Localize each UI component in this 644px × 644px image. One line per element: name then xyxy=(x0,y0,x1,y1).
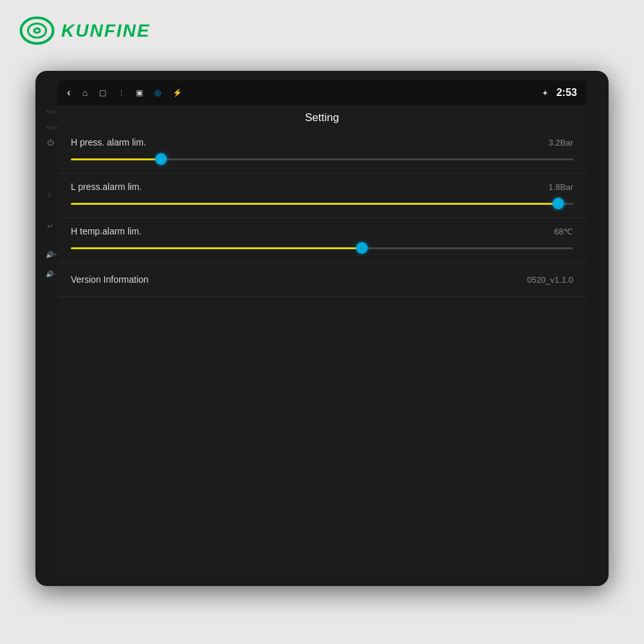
version-value: 0520_v1.1.0 xyxy=(527,275,573,285)
power-icon[interactable]: ⏻ xyxy=(47,138,54,146)
volume-up-icon[interactable]: 🔊+ xyxy=(46,251,57,258)
svg-point-3 xyxy=(35,30,39,32)
back-bezel-icon[interactable]: ↩ xyxy=(47,222,53,231)
l-press-alarm-row: L press.alarm lim. 1.8Bar xyxy=(58,174,586,218)
h-press-alarm-slider[interactable] xyxy=(71,153,573,166)
l-press-alarm-value: 1.8Bar xyxy=(549,182,573,192)
h-temp-alarm-row: H temp.alarm lim. 68℃ xyxy=(58,218,586,263)
device-frame: MIC RST ⏻ ⌂ ↩ 🔊+ 🔊- ‹ ⌂ ▢ ⋮ ▣ ◎ ⚡ xyxy=(35,71,609,586)
l-press-alarm-label: L press.alarm lim. xyxy=(71,182,142,192)
home-nav-icon[interactable]: ⌂ xyxy=(82,88,88,98)
nav-icons: ‹ ⌂ ▢ ⋮ ▣ ◎ ⚡ xyxy=(67,86,182,99)
h-press-alarm-thumb[interactable] xyxy=(155,153,167,165)
time-display: 2:53 xyxy=(556,87,577,99)
l-press-alarm-header: L press.alarm lim. 1.8Bar xyxy=(71,182,573,192)
l-press-alarm-thumb[interactable] xyxy=(553,198,564,209)
back-nav-icon[interactable]: ‹ xyxy=(67,86,71,99)
home-bezel-icon[interactable]: ⌂ xyxy=(47,190,52,198)
recents-nav-icon[interactable]: ▢ xyxy=(99,88,106,97)
settings-area: H press. alarm lim. 3.2Bar L press.alarm… xyxy=(58,129,586,576)
menu-nav-icon[interactable]: ⋮ xyxy=(118,89,124,97)
h-temp-alarm-label: H temp.alarm lim. xyxy=(71,226,142,236)
status-right: ✦ 2:53 xyxy=(542,87,577,99)
mic-label: MIC xyxy=(47,109,57,114)
bluetooth-status-icon: ✦ xyxy=(542,88,549,98)
volume-down-icon[interactable]: 🔊- xyxy=(46,270,55,278)
h-temp-alarm-track-fill xyxy=(71,247,362,249)
h-temp-alarm-thumb[interactable] xyxy=(356,242,368,254)
settings-nav-icon[interactable]: ◎ xyxy=(155,88,161,97)
h-press-alarm-value: 3.2Bar xyxy=(549,138,573,147)
rst-label: RST xyxy=(47,126,58,130)
brand-area: KUNFINE xyxy=(19,13,150,48)
screen-title: Setting xyxy=(58,105,586,129)
h-temp-alarm-slider[interactable] xyxy=(71,242,573,254)
h-press-alarm-row: H press. alarm lim. 3.2Bar xyxy=(58,129,586,174)
h-temp-alarm-header: H temp.alarm lim. 68℃ xyxy=(71,226,573,236)
brand-name: KUNFINE xyxy=(61,21,150,41)
h-press-alarm-header: H press. alarm lim. 3.2Bar xyxy=(71,137,573,147)
status-bar: ‹ ⌂ ▢ ⋮ ▣ ◎ ⚡ ✦ 2:53 xyxy=(58,80,586,105)
brand-logo-icon xyxy=(19,13,55,48)
usb-nav-icon[interactable]: ⚡ xyxy=(173,88,182,97)
h-press-alarm-label: H press. alarm lim. xyxy=(71,137,146,147)
gallery-nav-icon[interactable]: ▣ xyxy=(136,88,143,97)
version-label: Version Information xyxy=(71,274,149,285)
h-temp-alarm-value: 68℃ xyxy=(554,227,573,236)
l-press-alarm-slider[interactable] xyxy=(71,197,573,210)
version-row: Version Information 0520_v1.1.0 xyxy=(58,263,586,297)
main-screen: ‹ ⌂ ▢ ⋮ ▣ ◎ ⚡ ✦ 2:53 Setting xyxy=(58,80,586,576)
l-press-alarm-track-fill xyxy=(71,203,558,205)
h-press-alarm-track-fill xyxy=(71,158,161,160)
